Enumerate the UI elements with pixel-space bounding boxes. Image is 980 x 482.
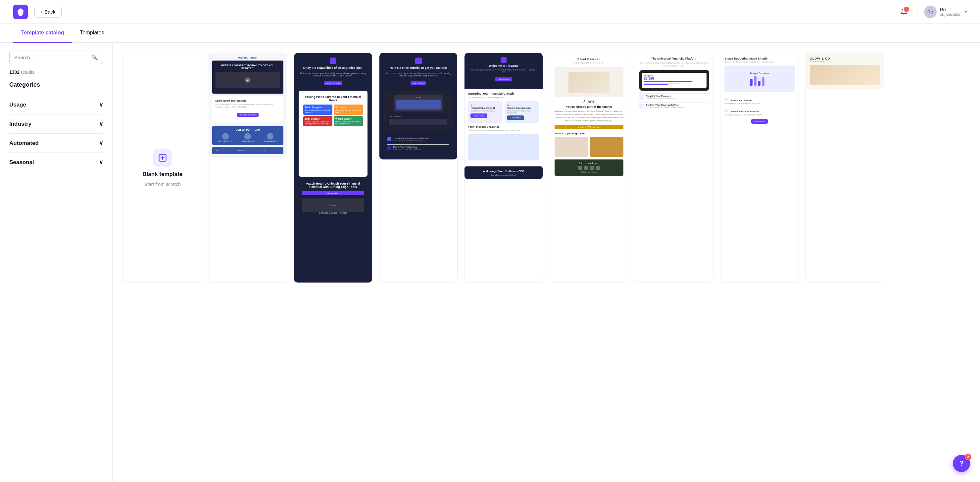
search-icon: 🔍 [91, 54, 98, 60]
search-input[interactable] [14, 55, 88, 60]
template-card-fingrow[interactable]: Welcome to FinGrow Transform your financ… [464, 52, 543, 283]
notification-badge [904, 6, 909, 12]
results-count: 1302 results [9, 70, 103, 75]
tab-templates[interactable]: Templates [72, 24, 112, 43]
category-label-seasonal: Seasonal [9, 159, 34, 166]
back-label: Back [45, 9, 55, 14]
category-label-usage: Usage [9, 101, 26, 108]
blank-template-subtitle: Start from scratch [144, 182, 181, 187]
phone-mockup: Analytics $3,309 [639, 70, 710, 90]
categories-title: Categories [9, 81, 103, 88]
scent-hero-image [555, 67, 624, 97]
main-layout: 🔍 1302 results Categories Usage ∨ Indust… [0, 43, 980, 482]
blank-template-icon [153, 149, 172, 167]
avatar-initials: Ro [928, 9, 933, 14]
product-image-1 [555, 137, 588, 157]
back-button[interactable]: ‹ Back [35, 6, 62, 17]
sidebar-item-industry[interactable]: Industry ∨ [9, 114, 103, 133]
template-card-payborder[interactable]: PAYBORDER HERE'S A SHORT TUTORIAL TO GET… [208, 52, 287, 283]
category-label-industry: Industry [9, 121, 32, 127]
help-badge: 2 [965, 453, 971, 460]
notification-button[interactable] [897, 5, 910, 19]
template-dark-block: HERE'S A SHORT TUTORIAL TO GET YOU START… [212, 60, 284, 94]
template-card-glow[interactable]: GLOW & CO Cosmetics Studio [805, 52, 884, 283]
phone-mockup [468, 134, 539, 160]
user-menu[interactable]: Ro Ro organization ▾ [924, 6, 967, 18]
sidebar-item-seasonal[interactable]: Seasonal ∨ [9, 152, 103, 172]
chevron-down-icon: ∨ [99, 140, 103, 147]
results-label: results [21, 70, 35, 75]
chevron-down-icon: ∨ [99, 159, 103, 166]
header-left: ‹ Back [13, 5, 62, 19]
tabs-nav: Template catalog Templates [0, 24, 980, 43]
logo[interactable] [13, 5, 28, 19]
template-card-smart-budgeting[interactable]: Smart Budgeting Made Simple Discover the… [720, 52, 799, 283]
help-bubble[interactable]: 2 ? [953, 455, 970, 472]
template-logo-text: PAYBORDER [212, 56, 284, 59]
sidebar-item-automated[interactable]: Automated ∨ [9, 133, 103, 152]
header-right: Ro Ro organization ▾ [897, 5, 967, 19]
header-divider [917, 6, 918, 18]
template-card-scent[interactable]: Scent Essence COSMETICS STUDIO Hi, Jane!… [550, 52, 628, 283]
chevron-down-icon: ▾ [965, 10, 967, 14]
results-number: 1302 [9, 70, 19, 75]
content-area: Blank template Start from scratch PAYBOR… [113, 43, 980, 482]
help-icon: ? [959, 459, 963, 468]
template-card-fin-tutorial[interactable]: Here's a short tutorial to get you start… [379, 52, 458, 283]
user-org: organization [940, 12, 961, 17]
sidebar-item-usage[interactable]: Usage ∨ [9, 95, 103, 114]
blank-template-card[interactable]: Blank template Start from scratch [123, 52, 202, 283]
tab-template-catalog[interactable]: Template catalog [13, 24, 72, 43]
product-image-2 [590, 137, 624, 157]
category-label-automated: Automated [9, 140, 39, 147]
search-box[interactable]: 🔍 [9, 51, 103, 64]
header: ‹ Back Ro Ro organization ▾ [0, 0, 980, 24]
user-text: Ro organization [940, 7, 961, 17]
chevron-down-icon: ∨ [99, 101, 103, 108]
avatar: Ro [924, 6, 937, 18]
back-arrow-icon: ‹ [41, 9, 42, 14]
blank-template-title: Blank template [142, 171, 183, 178]
chevron-down-icon: ∨ [99, 121, 103, 127]
user-name: Ro [940, 7, 961, 12]
template-card-universal-platform[interactable]: The Universal Financial Platform Get a c… [635, 52, 714, 283]
template-card-fin-capabilities[interactable]: Enjoy the capabilities of an upgraded pl… [294, 52, 372, 283]
sidebar: 🔍 1302 results Categories Usage ∨ Indust… [0, 43, 113, 482]
play-icon: ▶ [245, 78, 250, 83]
